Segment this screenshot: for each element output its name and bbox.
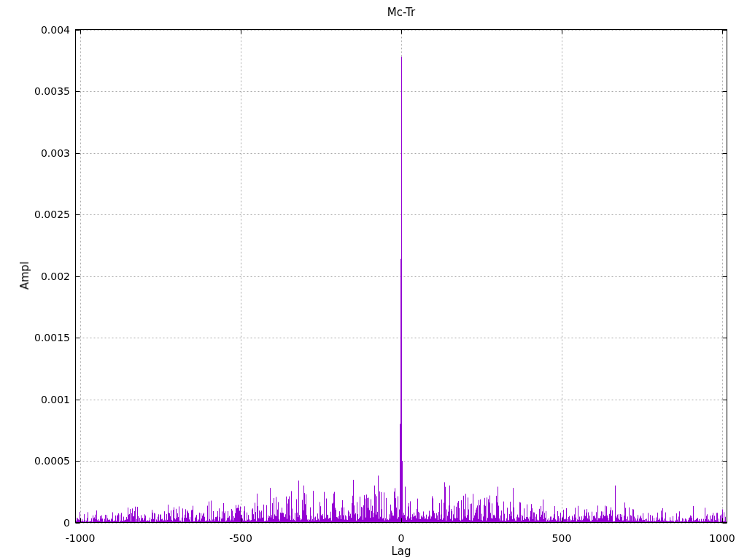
x-tick-label: -1000 [51, 532, 109, 545]
gnuplot-chart-window: Mc-Tr Lag Ampl -1000-5000500100000.00050… [0, 0, 747, 560]
y-tick-label: 0 [0, 516, 70, 529]
x-tick-label: 500 [533, 532, 591, 545]
y-tick-label: 0.001 [0, 393, 70, 406]
y-tick-label: 0.0005 [0, 454, 70, 467]
y-tick-label: 0.0035 [0, 85, 70, 98]
correlation-plot-canvas [0, 0, 747, 560]
y-tick-label: 0.003 [0, 147, 70, 160]
x-axis-label: Lag [75, 545, 727, 558]
y-tick-label: 0.004 [0, 23, 70, 36]
chart-title: Mc-Tr [75, 6, 727, 19]
x-tick-label: 0 [372, 532, 430, 545]
x-tick-label: 1000 [693, 532, 747, 545]
x-tick-label: -500 [212, 532, 270, 545]
y-tick-label: 0.0015 [0, 331, 70, 344]
y-tick-label: 0.002 [0, 270, 70, 283]
y-tick-label: 0.0025 [0, 208, 70, 221]
